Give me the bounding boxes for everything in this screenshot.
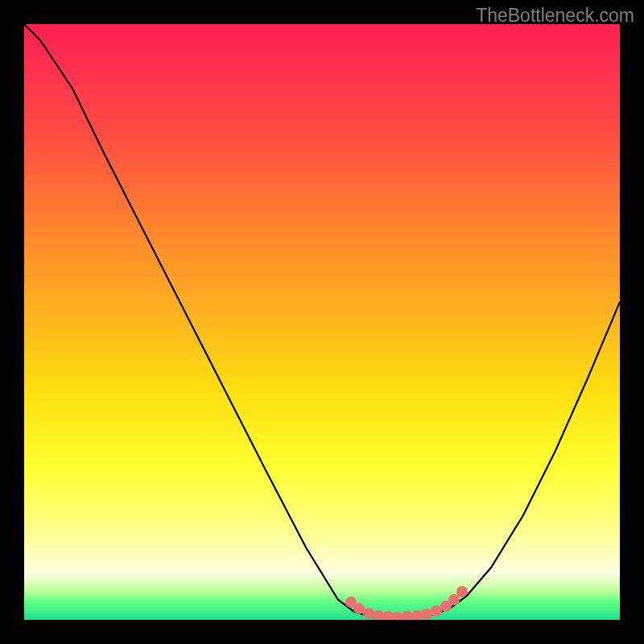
marker-dot (402, 611, 413, 620)
marker-dot (411, 610, 423, 620)
chart-svg (24, 24, 620, 620)
marker-dot (363, 608, 374, 619)
curve-markers (345, 586, 468, 620)
marker-dot (382, 611, 394, 620)
marker-dot (456, 586, 468, 597)
marker-dot (448, 594, 460, 605)
marker-dot (431, 605, 442, 617)
marker-dot (392, 612, 403, 620)
watermark-text: TheBottleneck.com (476, 5, 634, 27)
bottleneck-curve (24, 24, 620, 618)
marker-dot (353, 603, 365, 614)
marker-dot (373, 610, 384, 620)
marker-dot (421, 609, 432, 620)
